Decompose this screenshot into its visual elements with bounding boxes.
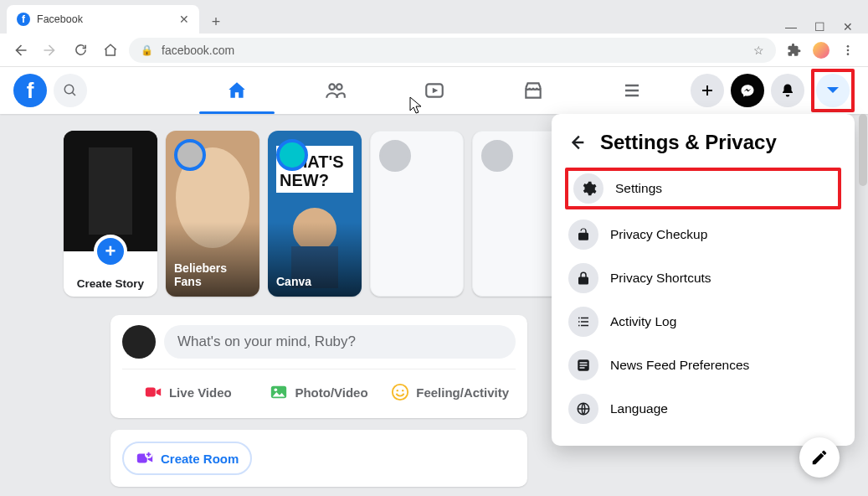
- search-icon: [63, 83, 78, 98]
- composer-card: What's on your mind, Ruby? Live Video Ph…: [110, 315, 527, 418]
- home-icon: [226, 80, 248, 101]
- watch-icon: [424, 80, 445, 101]
- svg-point-17: [275, 388, 278, 391]
- reload-icon: [74, 43, 88, 57]
- close-window-icon[interactable]: ✕: [841, 20, 855, 34]
- svg-point-19: [397, 390, 398, 391]
- extensions-button[interactable]: [783, 39, 806, 62]
- gear-icon: [573, 173, 603, 204]
- maximize-icon[interactable]: ☐: [813, 20, 826, 34]
- browser-menu-button[interactable]: [836, 39, 860, 62]
- nav-home[interactable]: [191, 67, 283, 114]
- puzzle-icon: [787, 43, 802, 58]
- lock-open-icon: [568, 220, 598, 250]
- notifications-button[interactable]: [771, 74, 804, 107]
- messenger-icon: [740, 83, 755, 98]
- photo-icon: [270, 383, 288, 401]
- story-create-bg: +: [64, 131, 157, 251]
- create-button[interactable]: [691, 74, 724, 107]
- story-item[interactable]: WHAT'SNEW? Canva: [268, 131, 362, 297]
- highlight-account-menu: [811, 69, 855, 112]
- minimize-icon[interactable]: —: [784, 20, 798, 34]
- svg-point-20: [402, 390, 403, 391]
- plus-icon: [700, 83, 715, 98]
- feeling-label: Feeling/Activity: [416, 385, 509, 400]
- address-bar[interactable]: 🔒 facebook.com ☆: [129, 38, 776, 63]
- browser-tab[interactable]: f Facebook ✕: [7, 5, 199, 34]
- photo-video-button[interactable]: Photo/Video: [254, 376, 385, 408]
- home-icon: [103, 43, 118, 58]
- story-create[interactable]: + Create Story: [64, 131, 157, 297]
- feed-icon: [568, 350, 598, 380]
- lock-icon: [568, 263, 598, 293]
- page-scrollbar[interactable]: [859, 114, 867, 186]
- menu-label: Activity Log: [610, 314, 676, 329]
- svg-point-18: [393, 385, 408, 400]
- story-avatar-placeholder: [379, 140, 411, 172]
- story-placeholder[interactable]: [370, 131, 464, 297]
- nav-marketplace[interactable]: [487, 67, 579, 114]
- url-text: facebook.com: [162, 44, 234, 57]
- browser-toolbar: 🔒 facebook.com ☆: [0, 34, 868, 67]
- rooms-card: Create Room: [110, 430, 527, 487]
- menu-item-language[interactable]: Language: [560, 387, 846, 431]
- feeling-button[interactable]: Feeling/Activity: [384, 376, 516, 408]
- story-name: Beliebers Fans: [174, 261, 251, 288]
- placeholder-image: [64, 131, 157, 251]
- svg-point-3: [64, 85, 74, 94]
- settings-privacy-menu: Settings & Privacy Settings Privacy Chec…: [552, 114, 855, 446]
- svg-rect-25: [580, 364, 588, 366]
- user-avatar[interactable]: [122, 325, 156, 359]
- hamburger-icon: [622, 80, 642, 101]
- menu-item-activity-log[interactable]: Activity Log: [560, 300, 846, 344]
- fb-right-controls: [691, 69, 855, 112]
- menu-item-settings[interactable]: Settings: [565, 168, 841, 209]
- star-icon[interactable]: ☆: [753, 44, 764, 57]
- menu-item-privacy-shortcuts[interactable]: Privacy Shortcuts: [560, 256, 846, 300]
- live-video-button[interactable]: Live Video: [122, 376, 254, 408]
- list-icon: [568, 307, 598, 337]
- story-name: Canva: [276, 275, 353, 288]
- story-item[interactable]: Beliebers Fans: [166, 131, 259, 297]
- home-button[interactable]: [99, 39, 122, 62]
- browser-tabstrip: f Facebook ✕ + — ☐ ✕: [0, 0, 868, 34]
- menu-back-button[interactable]: [568, 133, 587, 152]
- video-plus-icon: [136, 449, 154, 468]
- reload-button[interactable]: [69, 39, 92, 62]
- svg-point-0: [847, 45, 850, 48]
- svg-point-2: [847, 53, 850, 55]
- kebab-icon: [841, 44, 855, 57]
- close-tab-icon[interactable]: ✕: [179, 13, 189, 26]
- messenger-button[interactable]: [731, 74, 764, 107]
- story-avatar: [276, 139, 308, 171]
- composer-prompt[interactable]: What's on your mind, Ruby?: [164, 325, 516, 359]
- tab-title: Facebook: [37, 13, 172, 25]
- smile-icon: [391, 383, 409, 401]
- arrow-left-icon: [568, 133, 587, 152]
- store-icon: [522, 80, 544, 101]
- nav-watch[interactable]: [388, 67, 480, 114]
- forward-button[interactable]: [39, 39, 62, 62]
- svg-rect-15: [146, 388, 156, 397]
- back-button[interactable]: [8, 39, 32, 62]
- extension-badge[interactable]: [813, 42, 829, 59]
- new-tab-button[interactable]: +: [204, 10, 228, 34]
- window-controls: — ☐ ✕: [784, 13, 868, 34]
- create-room-label: Create Room: [161, 452, 239, 466]
- svg-point-1: [847, 49, 850, 51]
- menu-item-news-feed-prefs[interactable]: News Feed Preferences: [560, 344, 846, 387]
- menu-label: Settings: [615, 181, 662, 196]
- nav-menu[interactable]: [586, 67, 678, 114]
- create-room-button[interactable]: Create Room: [122, 442, 252, 475]
- bell-icon: [780, 83, 795, 98]
- nav-friends[interactable]: [290, 67, 382, 114]
- edit-fab[interactable]: [799, 437, 840, 478]
- fb-logo[interactable]: f: [13, 74, 47, 107]
- fb-search-button[interactable]: [54, 74, 87, 107]
- photo-video-label: Photo/Video: [295, 385, 367, 400]
- menu-item-privacy-checkup[interactable]: Privacy Checkup: [560, 213, 846, 256]
- facebook-favicon: f: [17, 13, 30, 26]
- svg-rect-24: [580, 362, 588, 364]
- fb-topbar: f: [0, 67, 868, 114]
- account-menu-button[interactable]: [816, 74, 850, 107]
